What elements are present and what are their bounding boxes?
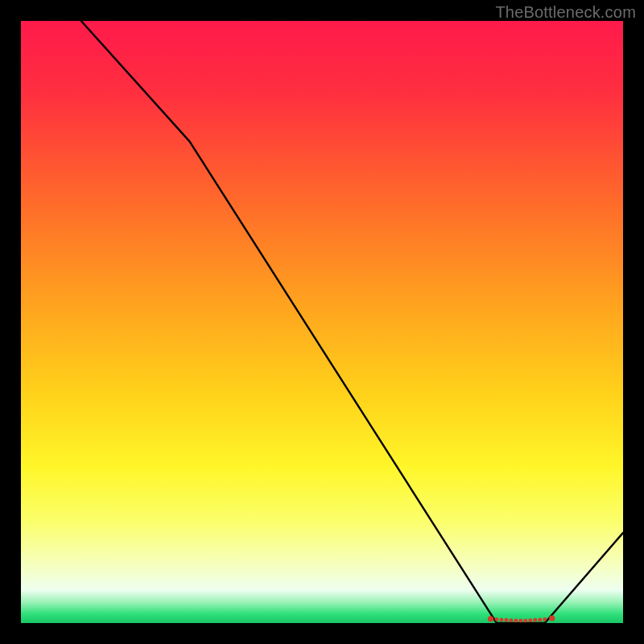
chart-background <box>21 21 623 623</box>
series-marker <box>538 617 542 621</box>
series-marker <box>533 618 537 622</box>
series-marker <box>543 617 547 621</box>
chart-frame <box>21 21 623 623</box>
series-marker <box>549 615 555 621</box>
watermark-text: TheBottleneck.com <box>495 3 636 22</box>
chart-svg <box>21 21 623 623</box>
series-marker <box>514 619 518 623</box>
series-marker <box>523 619 527 623</box>
series-marker <box>528 618 532 622</box>
series-marker <box>509 618 513 622</box>
series-marker <box>518 619 522 623</box>
series-marker <box>495 617 499 621</box>
series-marker <box>504 618 508 622</box>
series-marker <box>500 617 504 621</box>
series-marker <box>488 616 493 621</box>
